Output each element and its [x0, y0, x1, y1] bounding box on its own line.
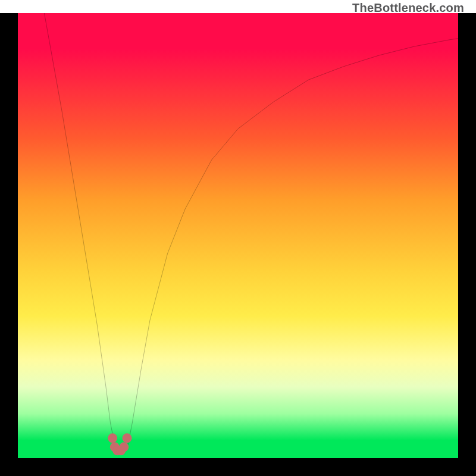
trough-marker-dot [119, 442, 129, 452]
trough-marker-dot [123, 433, 132, 443]
trough-markers [18, 13, 458, 458]
chart-frame [0, 13, 476, 476]
chart-plot-area [18, 13, 458, 458]
trough-marker-dot [108, 433, 117, 443]
